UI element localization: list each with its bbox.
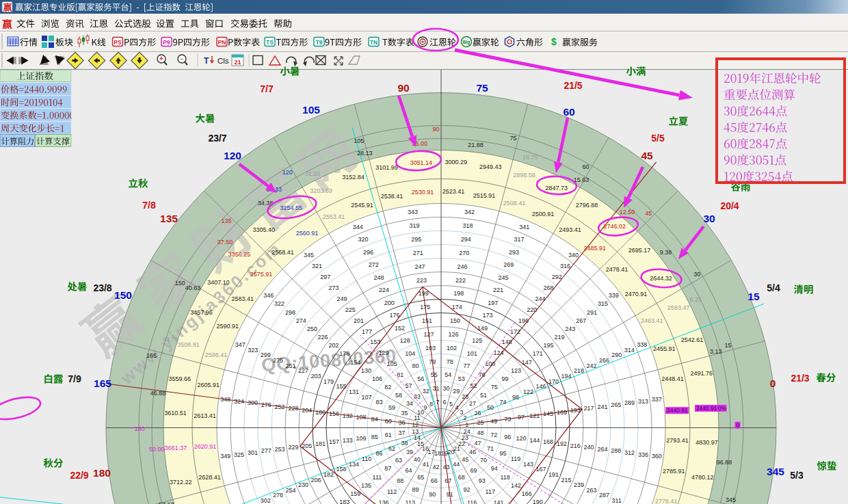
svg-text:173: 173 — [483, 312, 493, 319]
svg-text:Big: Big — [463, 40, 471, 45]
svg-text:223: 223 — [416, 277, 427, 284]
svg-text:129: 129 — [378, 349, 388, 356]
svg-text:83: 83 — [375, 399, 382, 406]
svg-text:271: 271 — [413, 250, 423, 256]
svg-text:90: 90 — [432, 126, 439, 133]
svg-text:343: 343 — [408, 209, 418, 215]
svg-text:195: 195 — [544, 342, 554, 349]
svg-text:170: 170 — [548, 378, 559, 385]
svg-text:2538.41: 2538.41 — [381, 193, 403, 200]
svg-text:105: 105 — [354, 137, 364, 144]
svg-text:71: 71 — [487, 445, 494, 452]
svg-text:2493.41: 2493.41 — [559, 226, 581, 233]
svg-text:325: 325 — [234, 451, 244, 458]
svg-text:155: 155 — [336, 383, 346, 390]
svg-text:300: 300 — [248, 399, 258, 406]
svg-text:23: 23 — [462, 434, 468, 441]
svg-text:46.88: 46.88 — [150, 390, 166, 397]
svg-text:90: 90 — [429, 491, 436, 498]
svg-text:2530.91: 2530.91 — [412, 189, 434, 196]
svg-text:131: 131 — [349, 388, 359, 395]
svg-text:294: 294 — [461, 236, 471, 243]
svg-text:3101.99: 3101.99 — [375, 164, 398, 171]
svg-text:50: 50 — [487, 404, 494, 411]
svg-text:2644.32: 2644.32 — [650, 275, 672, 282]
svg-text:321: 321 — [312, 263, 322, 269]
svg-text:3457.96: 3457.96 — [190, 309, 213, 316]
svg-text:3712.22: 3712.22 — [170, 479, 192, 486]
svg-text:2560.91: 2560.91 — [296, 230, 319, 237]
svg-text:339: 339 — [609, 292, 619, 299]
svg-text:PN: PN — [218, 39, 226, 46]
svg-text:49: 49 — [490, 418, 497, 425]
svg-text:30: 30 — [703, 213, 715, 224]
svg-text:96: 96 — [504, 434, 511, 440]
svg-text:192: 192 — [557, 440, 567, 447]
svg-text:201: 201 — [354, 317, 364, 324]
svg-text:23/7: 23/7 — [208, 133, 226, 144]
svg-text:100: 100 — [485, 360, 495, 367]
svg-text:45: 45 — [641, 150, 653, 161]
svg-text:0: 0 — [770, 377, 776, 389]
svg-text:2598.41: 2598.41 — [205, 352, 228, 358]
svg-text:77: 77 — [463, 362, 470, 369]
svg-text:84: 84 — [371, 416, 378, 423]
svg-text:278: 278 — [273, 492, 283, 499]
svg-text:66: 66 — [431, 477, 438, 484]
svg-text:88: 88 — [397, 477, 403, 484]
svg-text:9.38: 9.38 — [660, 249, 672, 256]
svg-text:3203.69: 3203.69 — [310, 187, 332, 194]
svg-text:22/9: 22/9 — [70, 470, 88, 481]
svg-text:167: 167 — [535, 466, 546, 473]
svg-text:2620.91: 2620.91 — [194, 443, 217, 450]
svg-text:266: 266 — [599, 357, 609, 364]
svg-text:2545.91: 2545.91 — [351, 202, 373, 209]
svg-text:3305.40: 3305.40 — [252, 226, 275, 233]
svg-text:243: 243 — [565, 326, 575, 332]
svg-text:196: 196 — [518, 317, 529, 324]
svg-text:76: 76 — [479, 371, 486, 378]
svg-text:265: 265 — [611, 401, 621, 408]
svg-text:134: 134 — [349, 461, 359, 468]
svg-text:264: 264 — [597, 446, 607, 453]
svg-text:345: 345 — [304, 252, 314, 258]
svg-text:200: 200 — [384, 300, 395, 306]
svg-text:72: 72 — [490, 432, 497, 438]
svg-text:15: 15 — [747, 291, 760, 302]
svg-text:97: 97 — [518, 414, 525, 421]
svg-text:253: 253 — [274, 446, 284, 453]
svg-text:269: 269 — [503, 261, 514, 268]
svg-text:291: 291 — [587, 309, 597, 316]
svg-text:204: 204 — [302, 407, 312, 414]
svg-text:38: 38 — [401, 440, 408, 447]
svg-text:47: 47 — [475, 440, 481, 447]
svg-text:6: 6 — [442, 399, 446, 406]
svg-text:39: 39 — [406, 449, 413, 455]
svg-text:4: 4 — [455, 404, 459, 411]
svg-text:57: 57 — [405, 382, 412, 389]
svg-text:144: 144 — [529, 437, 540, 444]
svg-text:128: 128 — [400, 337, 410, 344]
svg-text:202: 202 — [328, 342, 339, 349]
svg-text:46: 46 — [469, 449, 476, 455]
svg-text:336: 336 — [638, 451, 648, 458]
svg-text:20/4: 20/4 — [720, 200, 739, 211]
svg-text:274: 274 — [296, 317, 306, 324]
svg-text:1: 1 — [465, 421, 468, 428]
svg-text:60: 60 — [385, 418, 392, 425]
svg-text:180: 180 — [315, 409, 326, 416]
svg-text:12: 12 — [412, 421, 419, 428]
svg-text:2949.43: 2949.43 — [479, 163, 502, 170]
svg-text:30: 30 — [693, 271, 700, 278]
svg-text:28: 28 — [462, 393, 468, 400]
svg-text:228: 228 — [288, 405, 298, 412]
svg-text:198: 198 — [453, 290, 464, 297]
svg-text:151: 151 — [422, 317, 432, 324]
svg-text:337: 337 — [652, 396, 662, 403]
svg-text:0%: 0% — [718, 405, 727, 412]
svg-text:2: 2 — [464, 414, 467, 421]
svg-text:229: 229 — [288, 444, 298, 451]
svg-text:2898.58: 2898.58 — [513, 172, 535, 178]
svg-text:23/8: 23/8 — [93, 282, 111, 293]
svg-text:2500.91: 2500.91 — [532, 211, 555, 217]
